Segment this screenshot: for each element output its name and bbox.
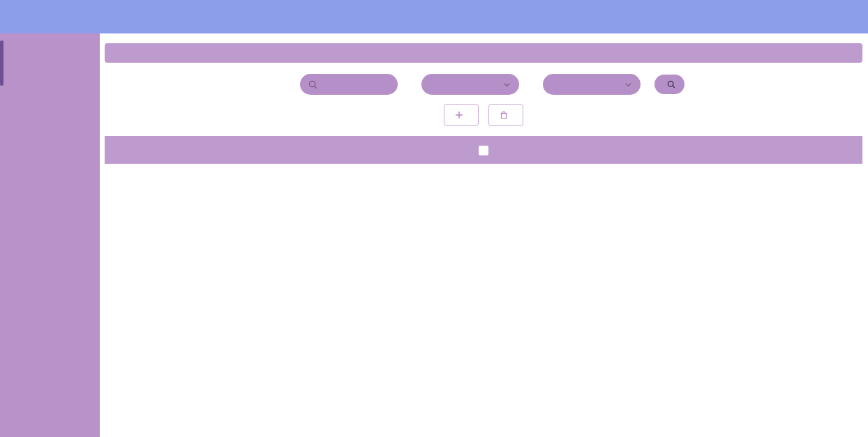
sidebar-submenu xyxy=(0,43,100,51)
search-button[interactable] xyxy=(654,75,684,94)
trash-icon xyxy=(500,111,508,119)
name-search-input[interactable] xyxy=(300,74,398,95)
spot-select[interactable] xyxy=(543,74,641,95)
tours-table xyxy=(105,136,862,164)
toolbar xyxy=(105,104,862,126)
chevron-down-icon xyxy=(624,81,632,89)
add-button[interactable] xyxy=(444,104,479,126)
sidebar xyxy=(0,33,100,437)
search-icon xyxy=(667,80,675,89)
top-header xyxy=(0,0,868,33)
search-icon xyxy=(308,80,317,89)
main-content xyxy=(100,33,868,437)
plus-icon xyxy=(455,111,463,119)
app-root xyxy=(0,0,868,437)
type-select[interactable] xyxy=(421,74,519,95)
chevron-down-icon xyxy=(503,81,511,89)
delete-button[interactable] xyxy=(488,104,523,126)
select-all-checkbox[interactable] xyxy=(479,146,488,155)
table-header-row xyxy=(105,136,862,164)
breadcrumb xyxy=(105,43,862,63)
filter-bar xyxy=(105,74,862,95)
sidebar-scrollbar[interactable] xyxy=(0,40,3,86)
header-right xyxy=(841,0,857,33)
select-all-header xyxy=(105,136,862,164)
